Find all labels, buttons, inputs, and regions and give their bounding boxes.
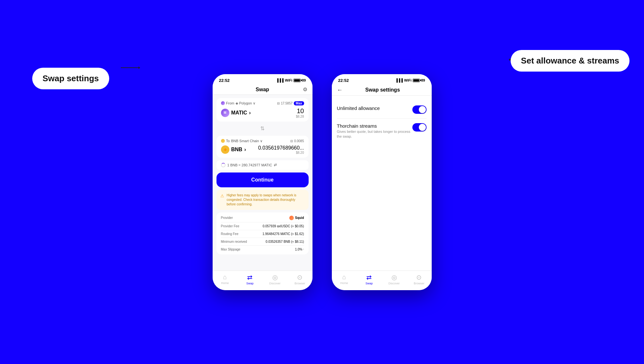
right-nav-swap[interactable]: Swap (357, 273, 382, 285)
rate-swap-icon: ⇄ (274, 163, 277, 167)
swap-title: Swap (256, 87, 269, 93)
signal-icon: ▐▐▐ (276, 78, 284, 82)
matic-selector[interactable]: M MATIC › (221, 109, 251, 117)
provider-row: Provider Squid (221, 214, 304, 222)
right-swap-label: Swap (365, 282, 373, 285)
to-amount: 0.0356197689660... $8.20 (258, 145, 304, 154)
left-status-bar: 22:52 ▐▐▐ WiFi 89 (213, 74, 312, 84)
bnb-icon: 🔶 (221, 145, 229, 154)
callout-set-allowance: Set allowance & streams (511, 50, 630, 72)
swap-arrow-wrap: ⇅ (216, 124, 309, 133)
rate-row: 1 BNB = 280.742977 MATIC ⇄ (216, 160, 309, 170)
matic-icon: M (221, 109, 229, 117)
settings-body: Unlimited allowance Thorchain streams Gi… (332, 96, 432, 271)
warning-text: Higher fees may apply to swaps when netw… (227, 193, 305, 207)
from-chain-label[interactable]: From ◈ Polygon ∨ (221, 101, 256, 105)
from-balance: ⊟ 17.5857 Max (277, 101, 304, 105)
callout-left-arrow (121, 55, 140, 81)
nav-browser[interactable]: Browser (287, 273, 312, 285)
max-button[interactable]: Max (294, 101, 304, 105)
to-label: To (226, 139, 230, 143)
svg-marker-3 (509, 58, 510, 61)
right-status-icons: ▐▐▐ WiFi 89 (395, 78, 425, 82)
right-screen: ← Swap settings Unlimited allowance (332, 84, 432, 271)
right-phone: 22:52 ▐▐▐ WiFi 89 ← Swap settings (332, 74, 432, 290)
to-balance-value: 0.0085 (294, 139, 304, 143)
squid-badge: Squid (289, 216, 304, 220)
to-card-header: To BNB Smart Chain ∨ ⊟ 0.0085 (221, 139, 304, 143)
setting-row-allowance: Unlimited allowance (337, 101, 427, 119)
battery-icon (293, 79, 301, 82)
routing-fee-value: 1.96484276 MATIC (≈ $1.62) (263, 232, 304, 236)
provider-fee-row: Provider Fee 0.057939 axlUSDC (≈ $0.05) (221, 222, 304, 230)
right-status-bar: 22:52 ▐▐▐ WiFi 89 (332, 74, 432, 84)
provider-fee-value: 0.057939 axlUSDC (≈ $0.05) (263, 224, 304, 228)
bnb-selector[interactable]: 🔶 BNB › (221, 145, 246, 154)
allowance-toggle[interactable] (412, 105, 427, 114)
discover-label: Discover (269, 282, 281, 285)
from-balance-value: 17.5857 (281, 102, 293, 105)
thorchain-desc: Gives better quote, but takes longer to … (337, 129, 412, 139)
chain-icon-bnb (221, 139, 225, 143)
max-slippage-row[interactable]: Max Slippage 1.0% › (221, 246, 304, 253)
right-time: 22:52 (338, 78, 349, 83)
routing-fee-row: Routing Fee 1.96484276 MATIC (≈ $1.62) (221, 230, 304, 238)
svg-marker-1 (139, 66, 140, 69)
thorchain-toggle[interactable] (412, 123, 427, 132)
slippage-chevron: › (303, 248, 304, 251)
rate-text: 1 BNB = 280.742977 MATIC (227, 163, 272, 167)
battery-level: 89 (302, 78, 306, 82)
wifi-icon: WiFi (285, 78, 292, 82)
nav-home[interactable]: Home (213, 273, 238, 285)
swap-body: From ◈ Polygon ∨ ⊟ 17.5857 Max M MATIC (213, 95, 312, 271)
warning-box: ⚠ Higher fees may apply to swaps when ne… (216, 190, 309, 210)
min-received-row: Minimum received 0.03526357 BNB (≈ $8.11… (221, 238, 304, 246)
continue-button[interactable]: Continue (216, 172, 309, 187)
callout-swap-settings: Swap settings (32, 68, 109, 89)
left-status-icons: ▐▐▐ WiFi 89 (276, 78, 306, 82)
rate-spinner (221, 163, 226, 167)
nav-discover[interactable]: Discover (263, 273, 288, 285)
balance-icon: ⊟ (277, 102, 280, 105)
to-card: To BNB Smart Chain ∨ ⊟ 0.0085 🔶 BNB › (216, 136, 309, 158)
bnb-chevron: › (244, 147, 246, 152)
to-balance: ⊟ 0.0085 (290, 139, 304, 143)
right-browser-label: Browser (414, 282, 424, 285)
swap-label: Swap (246, 282, 254, 285)
slippage-value: 1.0% › (295, 248, 304, 251)
swap-arrow-icon: ⇅ (260, 125, 264, 132)
provider-value: Squid (295, 216, 304, 220)
polygon-label: ◈ Polygon ∨ (235, 101, 255, 105)
from-amount-usd: $8.28 (296, 115, 304, 118)
right-home-label: Home (340, 281, 348, 285)
swap-nav-icon (247, 273, 253, 281)
right-battery-icon (413, 79, 420, 82)
home-label: Home (221, 281, 229, 285)
info-table: Provider Squid Provider Fee 0.057939 axl… (216, 212, 309, 254)
token-chevron: › (249, 110, 251, 116)
right-signal-icon: ▐▐▐ (395, 78, 403, 82)
right-nav-browser[interactable]: Browser (407, 273, 432, 285)
right-browser-icon (416, 273, 422, 281)
left-time: 22:52 (219, 78, 230, 83)
allowance-toggle-knob (419, 106, 426, 113)
chain-icon-polygon (221, 101, 225, 105)
right-swap-icon (366, 273, 372, 281)
right-nav-home[interactable]: Home (332, 273, 357, 285)
bnb-chain-label: BNB Smart Chain ∨ (231, 139, 263, 143)
from-card: From ◈ Polygon ∨ ⊟ 17.5857 Max M MATIC (216, 98, 309, 122)
to-amount-value: 0.0356197689660... (258, 145, 304, 151)
to-chain-label[interactable]: To BNB Smart Chain ∨ (221, 139, 263, 143)
left-bottom-nav: Home Swap Discover Browser (213, 271, 312, 290)
thorchain-toggle-knob (419, 124, 426, 131)
from-token-row: M MATIC › 10 $8.28 (221, 107, 304, 118)
swap-header: Swap ⚙ (213, 84, 312, 95)
right-home-icon (342, 273, 346, 281)
right-bottom-nav: Home Swap Discover Browser (332, 271, 432, 290)
matic-label: MATIC (231, 110, 247, 116)
right-nav-discover[interactable]: Discover (382, 273, 407, 285)
back-button[interactable]: ← (337, 87, 343, 93)
nav-swap[interactable]: Swap (237, 273, 263, 285)
gear-icon[interactable]: ⚙ (303, 86, 307, 92)
slippage-percent: 1.0% (295, 248, 303, 251)
